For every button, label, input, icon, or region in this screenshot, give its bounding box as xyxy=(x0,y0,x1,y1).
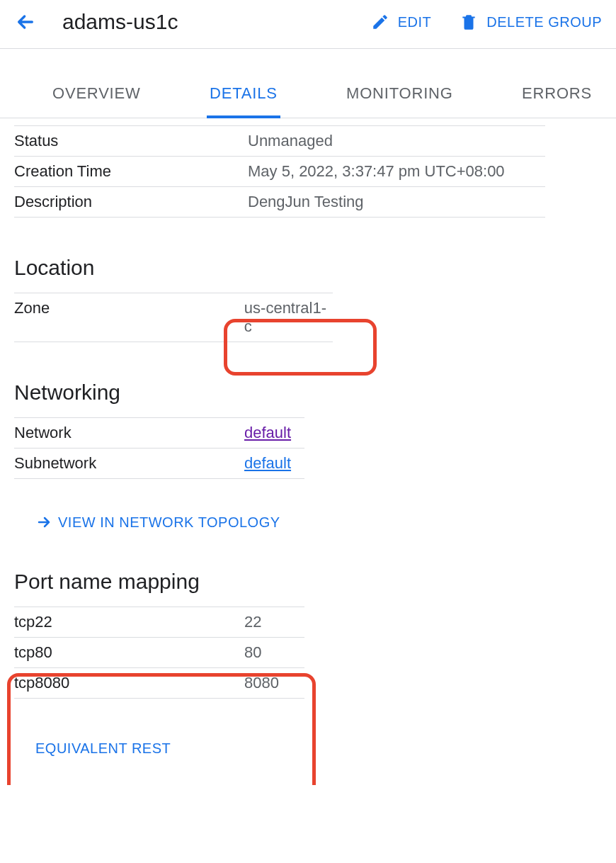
network-label: Network xyxy=(14,424,244,442)
edit-button[interactable]: EDIT xyxy=(371,13,432,31)
port-name: tcp8080 xyxy=(14,674,244,692)
port-value: 8080 xyxy=(244,674,279,692)
tab-monitoring[interactable]: MONITORING xyxy=(343,77,456,118)
status-row: Status Unmanaged xyxy=(14,125,545,157)
location-heading: Location xyxy=(14,256,602,280)
port-name: tcp22 xyxy=(14,613,244,631)
creation-time-label: Creation Time xyxy=(14,162,248,181)
edit-label: EDIT xyxy=(398,14,432,30)
view-network-topology-button[interactable]: VIEW IN NETWORK TOPOLOGY xyxy=(35,514,602,531)
networking-heading: Networking xyxy=(14,380,602,405)
network-link[interactable]: default xyxy=(244,424,291,441)
view-topology-label: VIEW IN NETWORK TOPOLOGY xyxy=(58,514,280,531)
back-button[interactable] xyxy=(14,11,37,33)
zone-value: us-central1-c xyxy=(244,299,333,336)
pencil-icon xyxy=(371,13,389,31)
delete-group-button[interactable]: DELETE GROUP xyxy=(460,13,602,31)
subnetwork-label: Subnetwork xyxy=(14,454,244,473)
description-label: Description xyxy=(14,193,248,211)
tab-details[interactable]: DETAILS xyxy=(207,77,280,118)
port-row: tcp22 22 xyxy=(14,607,304,638)
status-label: Status xyxy=(14,132,248,150)
details-table: Status Unmanaged Creation Time May 5, 20… xyxy=(14,125,545,218)
port-row: tcp80 80 xyxy=(14,637,304,668)
equivalent-rest-button[interactable]: EQUIVALENT REST xyxy=(35,740,602,757)
creation-time-row: Creation Time May 5, 2022, 3:37:47 pm UT… xyxy=(14,156,545,187)
description-value: DengJun Testing xyxy=(248,193,364,211)
subnetwork-row: Subnetwork default xyxy=(14,448,304,479)
status-value: Unmanaged xyxy=(248,132,333,150)
port-value: 80 xyxy=(244,643,261,662)
zone-row: Zone us-central1-c xyxy=(14,293,333,342)
location-table: Zone us-central1-c xyxy=(14,293,333,342)
creation-time-value: May 5, 2022, 3:37:47 pm UTC+08:00 xyxy=(248,162,505,181)
page-header: adams-us1c EDIT DELETE GROUP xyxy=(0,0,616,49)
tab-errors[interactable]: ERRORS xyxy=(519,77,595,118)
page-title: adams-us1c xyxy=(62,10,343,34)
port-row: tcp8080 8080 xyxy=(14,667,304,699)
port-value: 22 xyxy=(244,613,261,631)
zone-label: Zone xyxy=(14,299,244,336)
port-mapping-table: tcp22 22 tcp80 80 tcp8080 8080 xyxy=(14,607,304,699)
port-name: tcp80 xyxy=(14,643,244,662)
arrow-left-icon xyxy=(14,11,37,33)
network-row: Network default xyxy=(14,417,304,449)
trash-icon xyxy=(460,13,478,31)
description-row: Description DengJun Testing xyxy=(14,186,545,218)
port-mapping-heading: Port name mapping xyxy=(14,570,602,594)
delete-label: DELETE GROUP xyxy=(486,14,602,30)
tab-overview[interactable]: OVERVIEW xyxy=(50,77,144,118)
tabs-bar: OVERVIEW DETAILS MONITORING ERRORS xyxy=(0,49,616,118)
arrow-right-icon xyxy=(35,514,52,531)
networking-table: Network default Subnetwork default xyxy=(14,417,304,479)
subnetwork-link[interactable]: default xyxy=(244,454,291,472)
